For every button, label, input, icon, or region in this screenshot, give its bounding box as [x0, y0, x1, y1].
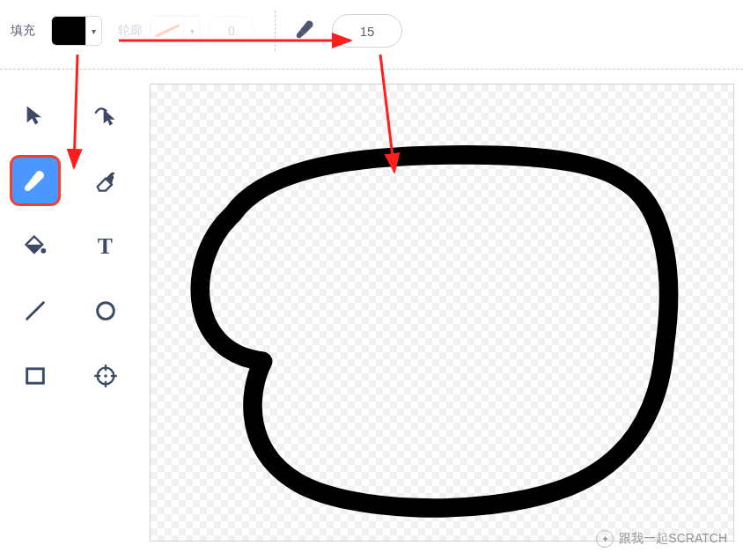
chevron-down-icon: ▾ — [184, 17, 200, 45]
watermark-text: 跟我一起SCRATCH — [619, 531, 727, 547]
outline-group-disabled: 轮廓 ▾ 0 — [118, 16, 255, 46]
watermark: ✦ 跟我一起SCRATCH — [596, 530, 727, 548]
svg-line-2 — [27, 303, 44, 320]
brush-tool[interactable] — [12, 158, 58, 203]
fill-color-picker[interactable]: ▾ — [51, 16, 102, 46]
line-tool[interactable] — [12, 288, 58, 334]
drawing-canvas[interactable] — [150, 84, 734, 542]
rectangle-tool[interactable] — [12, 353, 58, 399]
svg-point-3 — [98, 303, 114, 320]
text-tool[interactable]: T — [83, 223, 129, 269]
chevron-down-icon: ▾ — [85, 17, 101, 45]
svg-point-10 — [104, 374, 107, 378]
svg-point-0 — [40, 248, 46, 254]
fill-swatch — [52, 17, 85, 45]
select-tool[interactable] — [12, 92, 58, 138]
vertical-separator — [275, 11, 276, 51]
user-stroke — [151, 85, 733, 542]
brush-size-input[interactable]: 15 — [332, 14, 402, 48]
svg-rect-4 — [27, 369, 44, 383]
eraser-tool[interactable] — [83, 158, 129, 203]
crosshair-tool[interactable] — [83, 353, 129, 399]
tool-palette: T — [0, 77, 150, 550]
circle-tool[interactable] — [83, 288, 129, 334]
svg-text:T: T — [98, 233, 113, 258]
fill-label: 填充 — [11, 23, 35, 39]
brush-icon — [295, 18, 316, 43]
outline-label: 轮廓 — [118, 23, 143, 39]
outline-color-picker[interactable]: ▾ — [150, 16, 201, 46]
reshape-tool[interactable] — [83, 92, 129, 138]
no-outline-icon — [151, 17, 184, 45]
editor-main: T — [0, 70, 743, 550]
fill-tool[interactable] — [12, 223, 58, 269]
outline-width-input[interactable]: 0 — [208, 16, 255, 46]
options-bar: 填充 ▾ 轮廓 ▾ 0 15 — [0, 0, 743, 62]
wechat-icon: ✦ — [596, 530, 614, 548]
